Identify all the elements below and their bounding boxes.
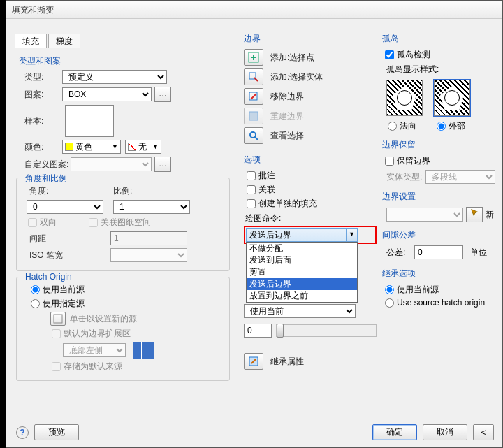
paper-checkbox: 关联图纸空间	[87, 217, 151, 229]
cancel-button[interactable]: 取消	[423, 424, 467, 440]
section-islands: 孤岛	[382, 33, 503, 45]
tolerance-input[interactable]	[414, 245, 463, 259]
section-type-pattern: 类型和图案	[19, 55, 231, 67]
pick-origin-button	[50, 312, 66, 326]
tab-strip: 填充 梯度	[15, 33, 231, 48]
origin-diagram-icon	[133, 342, 154, 359]
pattern-label: 图案:	[15, 89, 62, 101]
inherit-source-radio[interactable]	[385, 298, 394, 308]
retain-checkbox[interactable]	[385, 157, 394, 166]
rebuild-boundary-button	[244, 108, 263, 124]
section-retain: 边界保留	[382, 139, 503, 151]
collapse-button[interactable]: <	[473, 424, 494, 440]
sample-preview[interactable]	[65, 105, 114, 137]
scale-select[interactable]: 1	[113, 200, 190, 214]
draworder-opt-1[interactable]: 发送到后面	[247, 254, 357, 266]
section-options: 选项	[244, 154, 377, 166]
custom-label: 自定义图案:	[15, 159, 71, 171]
color-label: 颜色:	[15, 141, 62, 153]
add-select-button[interactable]	[244, 68, 263, 85]
color-none-select[interactable]: 无 ▼	[125, 140, 161, 154]
pattern-select[interactable]: BOX	[62, 87, 152, 101]
bset-pick-button[interactable]	[466, 207, 483, 222]
annot-checkbox[interactable]	[247, 171, 256, 180]
color-swatch-icon	[65, 143, 73, 151]
none-swatch-icon	[128, 143, 136, 151]
iso-select	[110, 248, 187, 262]
transparency-slider[interactable]	[276, 324, 377, 337]
fieldset-hatch-origin: Hatch Origin 使用当前源 使用指定源 单击以设置新的源 默认为边界扩…	[16, 277, 230, 381]
spacing-label: 间距	[20, 233, 61, 245]
separate-checkbox[interactable]	[247, 199, 256, 208]
add-pick-button[interactable]	[244, 49, 263, 66]
type-label: 类型:	[15, 71, 62, 83]
draworder-highlight: 发送后边界 ▼ 不做分配 发送到后面 剪置 发送后边界 放置到边界之前	[244, 226, 377, 244]
custom-select	[71, 157, 152, 171]
titlebar: 填充和渐变	[6, 1, 502, 19]
help-button[interactable]: ?	[16, 426, 29, 439]
corner-select: 底部左侧	[63, 343, 126, 357]
layer-select[interactable]: 使用当前	[244, 304, 356, 318]
island-normal-radio[interactable]: 法向	[386, 120, 435, 132]
draworder-dropdown: 不做分配 发送到后面 剪置 发送后边界 放置到边界之前	[246, 242, 358, 303]
window-title: 填充和渐变	[12, 5, 54, 15]
svg-rect-4	[249, 112, 258, 120]
section-gap: 间隙公差	[382, 229, 503, 241]
sample-label: 样本:	[15, 115, 62, 127]
section-inherit: 继承选项	[382, 268, 503, 280]
iso-label: ISO 笔宽	[20, 250, 68, 261]
origin-current-radio[interactable]	[31, 285, 40, 294]
angle-label: 角度:	[20, 185, 61, 197]
tab-gradient[interactable]: 梯度	[48, 34, 80, 48]
inherit-current-radio[interactable]	[385, 285, 394, 294]
type-select[interactable]: 预定义	[62, 70, 167, 84]
double-checkbox: 双向	[27, 217, 57, 229]
pattern-browse-button[interactable]: …	[154, 87, 171, 102]
origin-specified-radio[interactable]	[31, 299, 40, 308]
scale-label: 比例:	[103, 185, 145, 197]
dialog-window: 填充和渐变 填充 梯度 类型和图案 类型: 预定义 图案: BOX … 样本:	[6, 0, 503, 448]
island-outer-icon[interactable]	[434, 80, 470, 116]
tab-fill[interactable]: 填充	[15, 34, 47, 48]
angle-select[interactable]: 0	[27, 200, 103, 214]
section-boundary: 边界	[244, 33, 377, 45]
color-select[interactable]: 黄色 ▼	[62, 140, 121, 154]
draworder-opt-3[interactable]: 发送后边界	[247, 278, 357, 290]
svg-point-5	[250, 132, 256, 138]
fieldset-angle-scale: 角度和比例 角度: 比例: 0 1 双向 关联图纸空间 间距	[16, 178, 230, 271]
draworder-label: 绘图命令:	[245, 212, 377, 224]
chevron-down-icon: ▼	[346, 229, 357, 241]
custom-browse-button: …	[154, 157, 171, 172]
ok-button[interactable]: 确定	[372, 424, 417, 440]
transparency-input[interactable]	[244, 324, 272, 338]
spacing-input	[110, 231, 187, 245]
svg-rect-0	[54, 315, 62, 323]
draworder-opt-4[interactable]: 放置到边界之前	[247, 290, 357, 302]
island-normal-icon[interactable]	[386, 80, 423, 116]
draworder-opt-2[interactable]: 剪置	[247, 266, 357, 278]
store-default-checkbox	[52, 362, 61, 371]
island-style-label: 孤岛显示样式:	[386, 64, 503, 75]
inherit-props-button[interactable]	[244, 353, 263, 370]
draworder-opt-0[interactable]: 不做分配	[247, 243, 357, 254]
remove-boundary-button[interactable]	[244, 88, 263, 105]
footer: ? 预览 确定 取消 <	[6, 424, 502, 440]
bset-select	[386, 208, 463, 222]
view-selection-button[interactable]	[244, 127, 263, 144]
island-detect-checkbox[interactable]	[385, 50, 394, 59]
section-bset: 边界设置	[382, 191, 503, 203]
island-outer-radio[interactable]: 外部	[435, 120, 465, 132]
retain-type-select: 多段线	[425, 170, 495, 184]
draworder-combo[interactable]: 发送后边界 ▼ 不做分配 发送到后面 剪置 发送后边界 放置到边界之前	[246, 228, 358, 242]
assoc-checkbox[interactable]	[247, 185, 256, 194]
preview-button[interactable]: 预览	[34, 424, 79, 440]
default-ext-checkbox	[52, 329, 61, 338]
